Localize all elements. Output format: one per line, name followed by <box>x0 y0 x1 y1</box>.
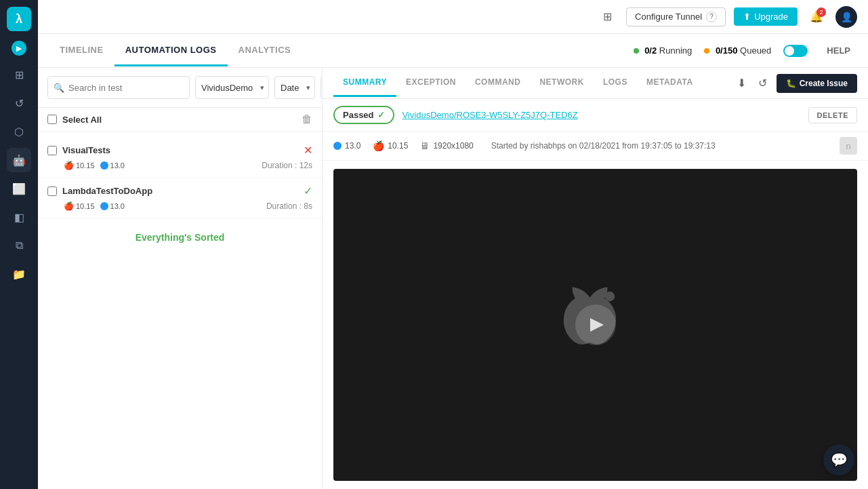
configure-tunnel-btn[interactable]: Configure Tunnel ? <box>626 7 726 26</box>
os-info: 🍎 10.15 <box>64 161 95 170</box>
browser-dot <box>100 202 108 210</box>
topbar: ⊞ Configure Tunnel ? ⬆ Upgrade 🔔 2 👤 <box>38 0 868 34</box>
tab-automation-logs[interactable]: AUTOMATION LOGS <box>115 35 228 66</box>
queued-indicator: 0/150 Queued <box>704 45 771 56</box>
notifications-btn[interactable]: 🔔 2 <box>806 6 827 28</box>
tab-timeline[interactable]: TIMELINE <box>49 35 115 66</box>
queued-count: 0/150 <box>716 45 738 56</box>
test-item-header: VisualTests ✕ <box>47 144 312 157</box>
test-item-name: LambdaTestToDoApp <box>62 186 298 196</box>
bulk-delete-icon[interactable]: 🗑 <box>302 113 312 125</box>
svg-point-0 <box>604 292 614 301</box>
sidebar-item-home[interactable]: ⊞ <box>7 62 31 87</box>
search-input[interactable] <box>47 76 190 99</box>
apple-icon: 🍎 <box>64 201 74 211</box>
test-link: VividusDemo/ROSE3-W5SLY-Z5J7Q-TED6Z <box>402 110 578 120</box>
running-dot <box>634 48 639 54</box>
browser-dot <box>100 161 108 170</box>
bug-icon: 🐛 <box>786 79 796 88</box>
toggle-switch[interactable] <box>783 45 808 57</box>
os-meta: 🍎 10.15 <box>373 140 408 151</box>
refresh-icon[interactable]: ↺ <box>756 74 770 92</box>
queued-dot <box>704 48 709 54</box>
pass-check-icon: ✓ <box>377 110 385 120</box>
apple-meta-icon: 🍎 <box>373 140 384 151</box>
date-filter[interactable]: Date <box>274 76 315 99</box>
test-checkbox[interactable] <box>47 187 57 196</box>
monitor-icon: 🖥 <box>420 140 430 151</box>
sidebar-item-grid[interactable]: ⬜ <box>7 176 31 201</box>
upgrade-label: Upgrade <box>754 12 788 22</box>
os-version: 10.15 <box>76 161 95 170</box>
left-panel: 🔍 VividusDemo Date Users <box>38 68 323 489</box>
grid-view-btn[interactable]: ⊞ <box>596 6 618 28</box>
browser-meta-icon <box>333 142 342 150</box>
question-icon: ? <box>706 12 717 22</box>
sidebar-item-integrations[interactable]: ◧ <box>7 205 31 229</box>
download-icon[interactable]: ⬇ <box>735 74 749 92</box>
test-item[interactable]: LambdaTestToDoApp ✓ 🍎 10.15 13.0 Duratio… <box>38 178 322 218</box>
sidebar-item-layers[interactable]: ⧉ <box>7 233 31 258</box>
org-filter[interactable]: VividusDemo <box>195 76 269 99</box>
test-item[interactable]: VisualTests ✕ 🍎 10.15 13.0 Duration : 12… <box>38 137 322 178</box>
search-wrapper: 🔍 <box>47 76 190 99</box>
date-filter-wrap: Date <box>274 76 315 99</box>
sidebar-item-recent[interactable]: ↺ <box>7 91 31 115</box>
help-btn[interactable]: HELP <box>820 41 857 60</box>
search-icon: 🔍 <box>54 83 64 93</box>
sidebar-item-folder[interactable]: 📁 <box>7 262 31 286</box>
select-all-checkbox[interactable] <box>47 115 57 124</box>
tab-analytics[interactable]: ANALYTICS <box>228 35 302 66</box>
running-indicator: 0/2 Running <box>634 45 693 56</box>
test-checkbox[interactable] <box>47 146 57 155</box>
right-panel: SUMMARY EXCEPTION COMMAND NETWORK LOGS M… <box>323 68 868 489</box>
play-button[interactable] <box>575 305 616 345</box>
play-icon <box>590 318 604 332</box>
app-logo[interactable]: λ <box>7 7 31 31</box>
passed-label: Passed <box>343 110 374 120</box>
os-version: 10.15 <box>76 202 95 210</box>
test-org: VividusDemo/ <box>402 110 457 120</box>
tab-command[interactable]: COMMAND <box>466 69 531 97</box>
test-id-link[interactable]: ROSE3-W5SLY-Z5J7Q-TED6Z <box>457 110 578 120</box>
browser-info: 13.0 <box>100 161 125 170</box>
os-meta-version: 10.15 <box>388 141 408 151</box>
resolution-meta: 🖥 1920x1080 <box>420 140 473 151</box>
create-issue-btn[interactable]: 🐛 Create Issue <box>777 74 857 93</box>
test-item-meta: 🍎 10.15 13.0 Duration : 8s <box>47 201 312 211</box>
browser-meta-version: 13.0 <box>345 141 360 151</box>
apple-logo-bg <box>541 271 650 379</box>
queued-label: Queued <box>740 45 771 56</box>
test-item-name: VisualTests <box>62 145 298 155</box>
user-avatar[interactable]: 👤 <box>835 6 857 28</box>
delete-test-btn[interactable]: DELETE <box>808 107 857 123</box>
tab-logs[interactable]: LOGS <box>594 69 637 97</box>
resolution-label: 1920x1080 <box>433 141 473 151</box>
test-item-meta: 🍎 10.15 13.0 Duration : 12s <box>47 161 312 170</box>
upgrade-icon: ⬆ <box>743 12 751 22</box>
test-item-header: LambdaTestToDoApp ✓ <box>47 184 312 197</box>
sorted-message: Everything's Sorted <box>38 218 322 256</box>
browser-meta: 13.0 <box>333 141 360 151</box>
tab-exception[interactable]: EXCEPTION <box>396 69 466 97</box>
detail-info-bar: Passed ✓ VividusDemo/ROSE3-W5SLY-Z5J7Q-T… <box>323 99 868 132</box>
os-info: 🍎 10.15 <box>64 201 95 211</box>
upgrade-btn[interactable]: ⬆ Upgrade <box>734 7 798 26</box>
tab-summary[interactable]: SUMMARY <box>333 69 396 97</box>
sidebar-expand-btn[interactable]: ▶ <box>12 41 26 56</box>
sidebar-item-automation[interactable]: 🤖 <box>7 148 31 172</box>
main-content: ⊞ Configure Tunnel ? ⬆ Upgrade 🔔 2 👤 TIM… <box>38 0 868 489</box>
detail-tabs-bar: SUMMARY EXCEPTION COMMAND NETWORK LOGS M… <box>323 68 868 99</box>
sidebar: λ ▶ ⊞ ↺ ⬡ 🤖 ⬜ ◧ ⧉ 📁 <box>0 0 38 489</box>
video-player[interactable] <box>333 169 857 481</box>
org-filter-wrap: VividusDemo <box>195 76 269 99</box>
chat-support-btn[interactable]: 💬 <box>823 444 854 475</box>
detail-meta-bar: 13.0 🍎 10.15 🖥 1920x1080 Started by rish… <box>323 132 868 161</box>
tab-network[interactable]: NETWORK <box>530 69 594 97</box>
sidebar-item-visual[interactable]: ⬡ <box>7 119 31 144</box>
tab-metadata[interactable]: METADATA <box>637 69 703 97</box>
test-duration: Duration : 8s <box>266 201 312 211</box>
browser-info: 13.0 <box>100 202 125 210</box>
content-area: 🔍 VividusDemo Date Users <box>38 68 868 489</box>
screenshot-thumb: n <box>840 137 857 155</box>
